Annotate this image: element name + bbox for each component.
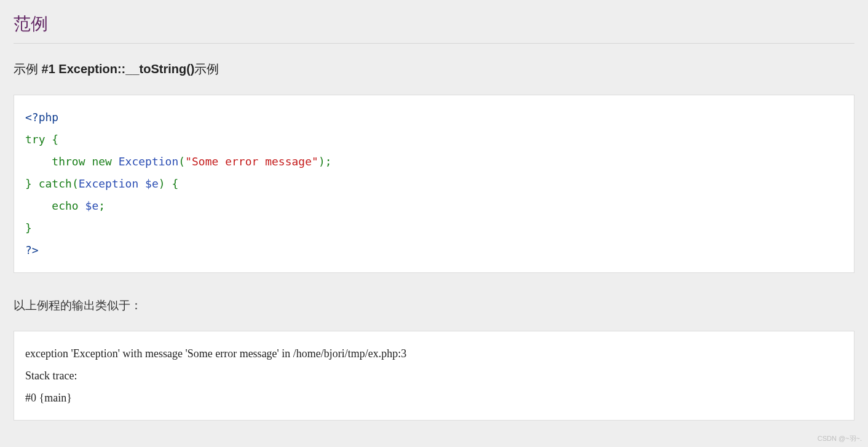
token-indent — [25, 155, 52, 168]
php-code-block: <?php try { throw new Exception("Some er… — [14, 95, 854, 273]
output-block: exception 'Exception' with message 'Some… — [14, 331, 854, 421]
output-line-1: exception 'Exception' with message 'Some… — [25, 347, 406, 360]
token-throw: throw — [52, 155, 85, 168]
output-label: 以上例程的输出类似于： — [14, 298, 854, 314]
token-brace: } — [25, 221, 32, 234]
token-close-paren: ) — [318, 155, 325, 168]
token-class: Exception — [79, 177, 139, 190]
token-semi: ; — [325, 155, 332, 168]
token-brace: } — [25, 177, 32, 190]
section-divider — [14, 43, 854, 44]
example-number-name: #1 Exception::__toString() — [42, 62, 195, 76]
token-open-tag: <?php — [25, 111, 58, 124]
token-var: $e — [145, 177, 159, 190]
token-echo: echo — [52, 199, 78, 212]
token-brace: { — [172, 177, 178, 190]
section-title: 范例 — [14, 12, 854, 36]
token-catch: catch — [39, 177, 72, 190]
token-new: new — [92, 155, 112, 168]
token-class: Exception — [119, 155, 179, 168]
token-try: try — [25, 133, 45, 146]
token-semi: ; — [98, 199, 105, 212]
token-string: "Some error message" — [185, 155, 318, 168]
token-open-paren: ( — [178, 155, 185, 168]
token-brace: { — [52, 133, 58, 146]
output-line-2: Stack trace: — [25, 370, 77, 382]
example-prefix: 示例 — [14, 62, 42, 76]
example-title: 示例 #1 Exception::__toString()示例 — [14, 61, 854, 77]
token-close-tag: ?> — [25, 243, 39, 256]
example-suffix: 示例 — [194, 62, 219, 76]
token-open-paren: ( — [72, 177, 79, 190]
token-close-paren: ) — [159, 177, 165, 190]
token-indent — [25, 199, 52, 212]
output-line-3: #0 {main} — [25, 392, 72, 404]
token-var: $e — [85, 199, 99, 212]
